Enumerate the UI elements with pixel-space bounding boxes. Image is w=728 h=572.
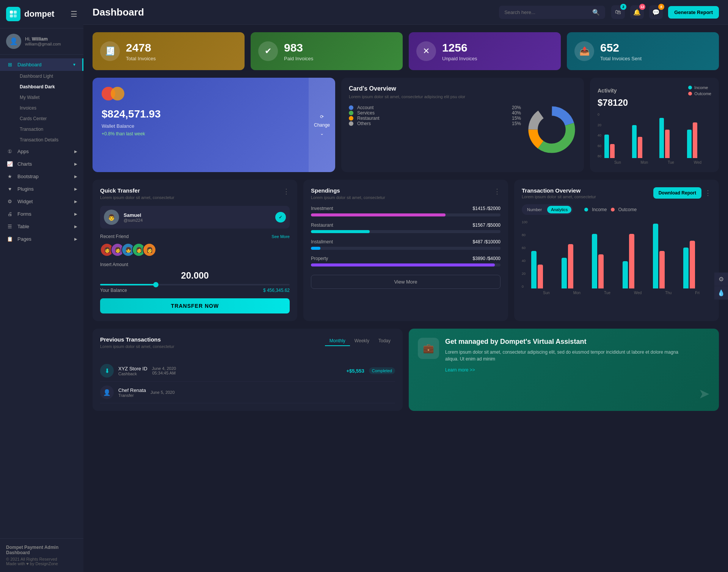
nav-section: ⊞ Dashboard ▼ Dashboard Light Dashboard … [0,55,83,249]
va-learn-more-link[interactable]: Learn more >> [445,367,475,373]
contact-info: Samuel @sum224 [124,212,143,223]
refresh-icon: ⟳ [320,114,324,119]
subnav-cards-center[interactable]: Cards Center [14,113,83,124]
subnav-dashboard-light[interactable]: Dashboard Light [14,71,83,81]
to-more-icon[interactable]: ⋮ [704,189,711,197]
big-bar-income-wed [623,261,628,288]
spendings-title-section: Spendings Lorem ipsum dolor sit amet, co… [311,187,385,206]
subnav-transaction[interactable]: Transaction [14,124,83,135]
spending-restaurant: Restaurant $1567 /$5000 [311,223,500,233]
notification-button[interactable]: 🔔 12 [630,5,644,19]
legend-dot-restaurant [349,116,353,121]
settings-theme-button[interactable]: 💧 [714,286,728,300]
slider-track[interactable] [100,284,290,285]
filter-today[interactable]: Today [374,336,395,346]
spendings-header: Spendings Lorem ipsum dolor sit amet, co… [311,187,500,206]
stat-label: Paid Invoices [284,56,313,61]
widget-icon: ⚙ [6,199,14,204]
slider-fill [100,284,157,285]
sidebar-item-charts[interactable]: 📈 Charts ▶ [0,158,83,170]
outcome-label: Outcome [694,91,711,96]
big-bar-outcome-sun [538,265,543,288]
header-icons: 🛍 2 🔔 12 💬 8 Generate Report [611,5,719,19]
tx-status-xyz: Completed [369,367,395,374]
toggle-row: Number Analytics Income Outcome [522,204,711,215]
bottom-row: Quick Transfer Lorem ipsum dolor sit ame… [93,180,719,321]
outcome-legend-dot [611,208,615,212]
va-icon: 💼 [418,338,439,359]
middle-row: $824,571.93 Wallet Balance +0.8% than la… [93,78,719,172]
mastercard-logo [102,87,326,100]
big-bar-income-tue [592,234,597,288]
tx-amount-xyz: +$5,553 [346,368,364,374]
subnav-dashboard-dark[interactable]: Dashboard Dark [14,81,83,92]
big-bar-income-thu [653,224,658,288]
subnav-transaction-details[interactable]: Transaction Details [14,135,83,145]
plugins-icon: ♥ [6,186,14,192]
spending-fill-property [311,263,495,266]
hamburger-icon[interactable]: ☰ [71,9,77,19]
activity-amount: $78120 [598,97,711,108]
sidebar-item-forms[interactable]: 🖨 Forms ▶ [0,208,83,220]
balance-value: $ 456,345.62 [263,288,290,293]
sidebar-item-widget[interactable]: ⚙ Widget ▶ [0,195,83,208]
paid-icon: ✔ [258,41,278,61]
legend-dot-services [349,111,353,115]
activity-legend: Income Outcome [688,85,711,96]
more-options-icon[interactable]: ⋮ [283,187,290,196]
legend-pct-restaurant: 15% [512,116,521,121]
filter-weekly[interactable]: Weekly [350,336,374,346]
recent-friends: Recent Friend See More 👩 👩 👧 👩 👩 [100,234,290,257]
generate-report-button[interactable]: Generate Report [668,6,719,19]
search-icon[interactable]: 🔍 [592,9,600,16]
message-button[interactable]: 💬 8 [649,5,663,19]
big-bar-group-wed [623,234,651,288]
tx-type: Transfer [118,393,146,398]
spending-amount: $1415 /$2000 [473,206,500,211]
stat-label: Total Invoices Sent [600,56,642,61]
forms-icon: 🖨 [6,211,14,217]
tx-icon-download: ⬇ [100,364,114,378]
transaction-row-xyz: ⬇ XYZ Store ID Cashback June 4, 2020 05:… [100,360,395,382]
view-more-button[interactable]: View More [311,275,500,289]
toggle-analytics[interactable]: Analytics [547,206,571,213]
chevron-right-icon: ▶ [74,199,77,204]
sidebar-item-table[interactable]: ☰ Table ▶ [0,220,83,233]
subnav-invoices[interactable]: Invoices [14,103,83,113]
spendings-more-icon[interactable]: ⋮ [494,187,500,196]
subnav-my-wallet[interactable]: My Wallet [14,92,83,103]
filter-monthly[interactable]: Monthly [325,336,350,346]
settings-gear-button[interactable]: ⚙ [714,273,728,286]
user-email: william@gmail.com [25,42,61,46]
svg-rect-3 [14,14,17,17]
change-button[interactable]: ⟳ Change ⌄ [309,78,335,172]
spending-fill-investment [311,213,446,216]
sidebar-item-dashboard[interactable]: ⊞ Dashboard ▼ [0,58,83,71]
download-report-button[interactable]: Download Report [653,187,701,199]
sidebar-item-plugins[interactable]: ♥ Plugins ▶ [0,183,83,195]
spending-restaurant-header: Restaurant $1567 /$5000 [311,223,500,228]
to-title: Transaction Overview [522,187,596,194]
sidebar-item-apps[interactable]: ① Apps ▶ [0,145,83,158]
amount-label: Insert Amount [100,262,290,267]
chevron-down-icon: ⌄ [320,131,324,136]
toggle-number[interactable]: Number [523,206,546,213]
sidebar-item-bootstrap[interactable]: ★ Bootstrap ▶ [0,170,83,183]
donut-legend: Account 20% Services 40% Restaurant 15% [349,105,521,126]
spending-property: Property $3890 /$4000 [311,256,500,266]
spending-property-header: Property $3890 /$4000 [311,256,500,261]
pt-title: Previous Transactions [100,336,174,343]
sidebar-item-pages[interactable]: 📋 Pages ▶ [0,233,83,245]
contact-avatar: 👨 [104,210,119,225]
transfer-now-button[interactable]: TRANSFER NOW [100,298,290,313]
legend-label-others: Others [357,121,508,126]
search-input[interactable] [504,9,589,15]
filter-tabs: Monthly Weekly Today [325,336,395,346]
stat-label: Total Invoices [126,56,156,61]
big-chart-labels: SunMonTueWedThuFri [531,291,711,295]
see-more-link[interactable]: See More [271,234,290,239]
friend-avatar-5: 👩 [143,243,156,257]
legend-label-account: Account [357,105,508,110]
sidebar: dompet ☰ 👤 Hi, William william@gmail.com… [0,0,83,572]
cart-button[interactable]: 🛍 2 [611,5,625,19]
